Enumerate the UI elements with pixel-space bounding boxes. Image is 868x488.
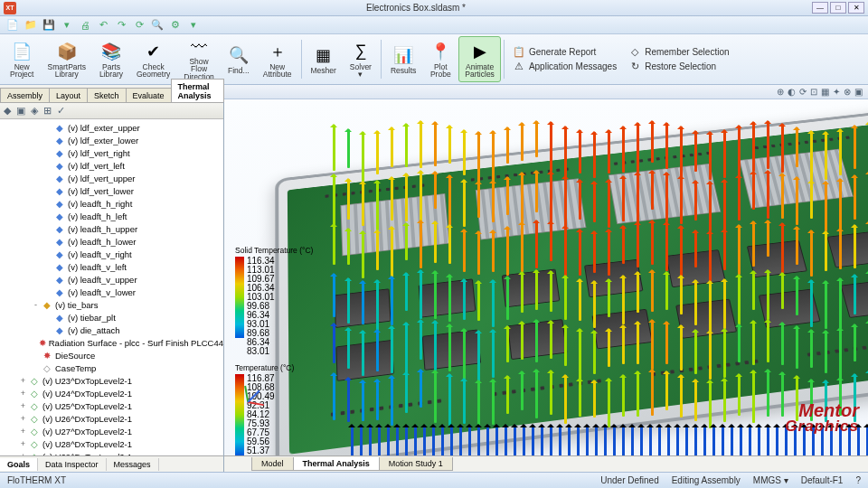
tree-node[interactable]: ◆(v) leadft_h_left: [0, 210, 223, 222]
tree-icon[interactable]: ▣: [16, 105, 25, 117]
tree-node[interactable]: ◆(v) leadft_v_upper: [0, 273, 223, 286]
solver-button[interactable]: ∑Solver ▾: [344, 36, 378, 82]
vp-tool[interactable]: ▦: [821, 87, 829, 97]
viewport-tabs: ModelThermal AnalysisMotion Study 1: [224, 455, 868, 472]
viewport-tab[interactable]: Motion Study 1: [379, 457, 453, 471]
qat-button[interactable]: 💾: [42, 18, 56, 33]
ribbon-text-button[interactable]: ◇Remember Selection: [628, 46, 729, 59]
feature-tree[interactable]: ◆(v) ldf_exter_upper◆(v) ldf_exter_lower…: [0, 119, 223, 455]
animate-particles-button[interactable]: ▶Animate Particles: [458, 36, 501, 82]
tree-node[interactable]: ◇CaseTemp: [0, 361, 223, 374]
status-item[interactable]: Under Defined: [600, 475, 658, 485]
vp-tool[interactable]: ◐: [788, 87, 796, 97]
plot-probe-button[interactable]: 📍Plot Probe: [423, 36, 458, 82]
tree-node[interactable]: +◇(v) U25^DxTopLevel2-1: [0, 399, 223, 412]
parts-library-button[interactable]: 📚Parts Library: [93, 36, 129, 82]
tree-node[interactable]: ◆(v) leadft_v_left: [0, 260, 223, 273]
tree-icon[interactable]: ◈: [31, 105, 38, 117]
tree-node[interactable]: ◆(v) ldf_exter_lower: [0, 134, 223, 146]
qat-button[interactable]: 📁: [24, 18, 38, 33]
mesher-button[interactable]: ▦Mesher: [305, 36, 343, 82]
tree-node[interactable]: +◇(v) U26^DxTopLevel2-1: [0, 412, 223, 425]
left-tab[interactable]: Evaluate: [126, 88, 172, 102]
left-panel-tabs: AssemblyLayoutSketchEvaluateThermal Anal…: [0, 85, 223, 103]
left-panel-toolbar: ◆ ▣ ◈ ⊞ ✓: [0, 103, 223, 119]
vp-tool[interactable]: ⊡: [810, 87, 817, 97]
3d-canvas[interactable]: Solid Temperature (°C) 116.34113.01109.6…: [224, 99, 868, 455]
tree-node[interactable]: ✸DieSource: [0, 349, 223, 361]
bottom-tab[interactable]: Messages: [107, 458, 159, 471]
check-geometry-button[interactable]: ✔Check Geometry: [130, 36, 176, 82]
tree-node[interactable]: ◆(v) ldf_vert_lower: [0, 184, 223, 197]
status-item[interactable]: Editing Assembly: [672, 475, 741, 485]
app-icon: XT: [4, 2, 16, 14]
qat-button[interactable]: 🔍: [150, 18, 165, 33]
vp-tool[interactable]: ⊕: [777, 87, 784, 97]
vp-tool[interactable]: ✦: [833, 87, 840, 97]
vp-tool[interactable]: ▣: [854, 87, 863, 97]
bottom-tab[interactable]: Goals: [0, 458, 38, 471]
qat-button[interactable]: ⟳: [132, 18, 146, 33]
ribbon: 📄New Project📦SmartParts Library📚Parts Li…: [0, 34, 868, 85]
vp-tool[interactable]: ⟳: [799, 87, 807, 97]
bottom-tabs: GoalsData InspectorMessages: [0, 455, 223, 472]
close-button[interactable]: ✕: [848, 2, 864, 14]
tree-node[interactable]: ◆(v) ldf_vert_left: [0, 159, 223, 172]
titlebar: XT Electronics Box.sldasm * — □ ✕: [0, 0, 868, 16]
qat-button[interactable]: ⚙: [168, 18, 183, 33]
tree-node[interactable]: ✸Radiation Surface - plcc - Surf Finish …: [0, 336, 223, 349]
tree-node[interactable]: ◆(v) leadft_h_right: [0, 197, 223, 210]
tree-node[interactable]: +◇(v) U27^DxTopLevel2-1: [0, 425, 223, 437]
maximize-button[interactable]: □: [830, 2, 846, 14]
viewport-tab[interactable]: Thermal Analysis: [293, 457, 380, 471]
qat-button[interactable]: 🖨: [78, 18, 92, 33]
qat-button[interactable]: ↷: [114, 18, 128, 33]
tree-icon[interactable]: ⊞: [43, 105, 52, 117]
orientation-triad[interactable]: [230, 383, 266, 419]
ribbon-text-button[interactable]: 📋Generate Report: [513, 46, 617, 59]
qat-button[interactable]: ↶: [96, 18, 110, 33]
show-flow-button[interactable]: 〰Show Flow Direction: [177, 36, 221, 82]
find-button[interactable]: 🔍Find...: [222, 36, 256, 82]
viewport-toolbar: ⊕◐ ⟳⊡ ▦✦ ⊗▣: [224, 85, 868, 99]
tree-node[interactable]: +◇(v) U24^DxTopLevel2-1: [0, 387, 223, 399]
quick-access-toolbar: 📄📁💾▾🖨↶↷⟳🔍⚙▾: [0, 16, 868, 34]
ribbon-text-button[interactable]: ⚠Application Messages: [513, 61, 617, 73]
tree-node[interactable]: ◆(v) leadft_h_upper: [0, 222, 223, 235]
status-item[interactable]: Default-F1: [801, 475, 844, 485]
status-left: FloTHERM XT: [7, 475, 66, 485]
window-title: Electronics Box.sldasm *: [20, 3, 812, 13]
statusbar: FloTHERM XT Under DefinedEditing Assembl…: [0, 472, 868, 488]
status-item[interactable]: ?: [855, 475, 861, 485]
new-project-button[interactable]: 📄New Project: [4, 36, 40, 82]
tree-node[interactable]: ◆(v) ldf_exter_upper: [0, 121, 223, 134]
tree-node[interactable]: +◇(v) U28^DxTopLevel2-1: [0, 437, 223, 450]
viewport-tab[interactable]: Model: [251, 457, 294, 471]
qat-button[interactable]: ▾: [186, 18, 201, 33]
left-tab[interactable]: Assembly: [0, 88, 50, 102]
left-tab[interactable]: Layout: [49, 88, 88, 102]
qat-button[interactable]: ▾: [60, 18, 74, 33]
tree-node[interactable]: -◆(v) tie_bars: [0, 298, 223, 311]
status-item[interactable]: MMGS ▾: [753, 475, 788, 485]
ribbon-text-button[interactable]: ↻Restore Selection: [628, 61, 729, 73]
new-attribute-button[interactable]: ＋New Attribute: [257, 36, 298, 82]
tree-icon[interactable]: ✓: [57, 105, 65, 117]
left-tab[interactable]: Thermal Analysis: [171, 79, 224, 102]
tree-node[interactable]: ◆(v) leadft_h_lower: [0, 235, 223, 248]
left-tab[interactable]: Sketch: [87, 88, 127, 102]
minimize-button[interactable]: —: [812, 2, 828, 14]
tree-node[interactable]: ◆(v) leadft_v_right: [0, 248, 223, 260]
tree-node[interactable]: +◇(v) U23^DxTopLevel2-1: [0, 374, 223, 387]
tree-node[interactable]: ◆(v) ldf_vert_upper: [0, 172, 223, 184]
results-button[interactable]: 📊Results: [384, 36, 422, 82]
qat-button[interactable]: 📄: [5, 18, 20, 33]
tree-icon[interactable]: ◆: [4, 105, 11, 117]
tree-node[interactable]: ◆(v) ldf_vert_right: [0, 146, 223, 159]
tree-node[interactable]: ◆(v) tiebar_plt: [0, 311, 223, 324]
vp-tool[interactable]: ⊗: [844, 87, 851, 97]
tree-node[interactable]: ◆(v) leadft_v_lower: [0, 286, 223, 298]
tree-node[interactable]: ◆(v) die_attach: [0, 324, 223, 336]
bottom-tab[interactable]: Data Inspector: [38, 458, 107, 471]
smartparts-library-button[interactable]: 📦SmartParts Library: [41, 36, 92, 82]
